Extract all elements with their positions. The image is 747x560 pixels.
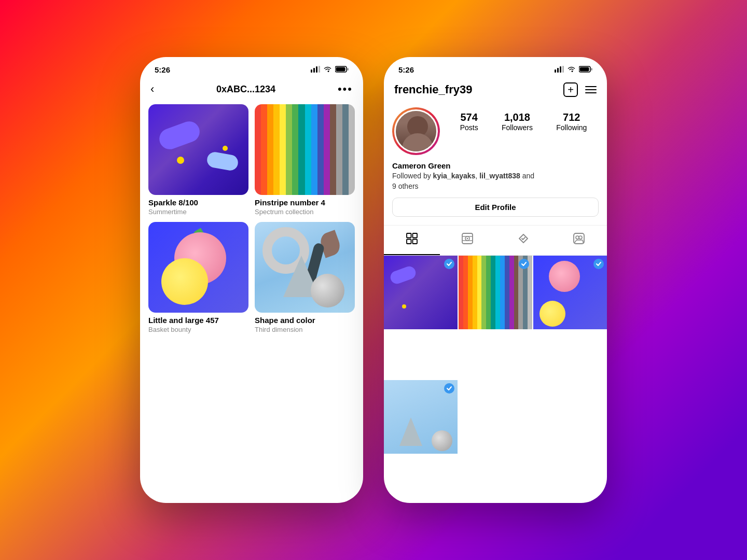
- svg-rect-8: [557, 68, 559, 73]
- post-grid: [384, 256, 607, 503]
- tab-grid[interactable]: [384, 226, 440, 255]
- nft-title-sparkle: Sparkle 8/100: [148, 198, 248, 207]
- lemon-circle-yellow: [161, 258, 208, 305]
- add-content-button[interactable]: +: [563, 82, 578, 97]
- sparkle-dot2: [223, 146, 228, 151]
- nft-grid: Sparkle 8/100 Summertime Pinstripe numbe…: [148, 104, 355, 333]
- phone-left: 5:26: [140, 57, 363, 503]
- battery-icon-right: [579, 65, 592, 74]
- status-icons-left: [311, 65, 349, 74]
- profile-bio: Cameron Green Followed by kyia_kayaks, l…: [384, 161, 607, 198]
- post-cell-4[interactable]: [384, 380, 458, 454]
- nft-title-lemon: Little and large 457: [148, 316, 248, 325]
- profile-username: frenchie_fry39: [394, 83, 472, 96]
- wifi-icon-right: [567, 65, 576, 74]
- others-count: 9 others: [392, 182, 419, 190]
- signal-icon: [311, 65, 320, 74]
- tab-bar: [384, 225, 607, 256]
- svg-rect-0: [311, 69, 312, 73]
- nft-subtitle-lemon: Basket bounty: [148, 326, 248, 333]
- nft-title-shape: Shape and color: [255, 316, 355, 325]
- svg-rect-2: [316, 66, 317, 73]
- nft-subtitle-sparkle: Summertime: [148, 208, 248, 216]
- svg-point-25: [579, 236, 582, 239]
- nft-image-sparkle: [148, 104, 248, 195]
- tab-tagged[interactable]: [495, 226, 551, 255]
- nft-subtitle-pinstripe: Spectrum collection: [255, 208, 355, 216]
- collab-icon: [573, 233, 585, 247]
- nft-item-pinstripe[interactable]: Pinstripe number 4 Spectrum collection: [255, 104, 355, 216]
- stats-row: 574 Posts 1,018 Followers 712 Following: [448, 107, 599, 132]
- menu-button[interactable]: [585, 86, 597, 93]
- nft-image-shape: [255, 222, 355, 313]
- follower2: lil_wyatt838: [479, 172, 520, 180]
- bio-name: Cameron Green: [392, 161, 599, 170]
- nft-item-sparkle[interactable]: Sparkle 8/100 Summertime: [148, 104, 248, 216]
- svg-rect-1: [313, 68, 315, 73]
- post-badge-4: [444, 383, 454, 394]
- signal-icon-right: [555, 65, 564, 74]
- svg-point-24: [576, 236, 579, 239]
- avatar-ring: [392, 107, 440, 155]
- post-cell-2[interactable]: [459, 256, 532, 329]
- time-right: 5:26: [398, 65, 414, 74]
- following-count: 712: [556, 111, 587, 123]
- svg-point-20: [467, 238, 468, 240]
- nft-title-pinstripe: Pinstripe number 4: [255, 198, 355, 207]
- stat-posts[interactable]: 574 Posts: [460, 111, 478, 132]
- svg-rect-9: [560, 66, 561, 73]
- svg-rect-10: [562, 66, 564, 73]
- wifi-icon: [323, 65, 332, 74]
- bio-followed-by: Followed by kyia_kayaks, lil_wyatt838 an…: [392, 171, 599, 191]
- back-button[interactable]: ‹: [150, 82, 154, 96]
- avatar-person: [396, 111, 436, 151]
- tab-collab[interactable]: [551, 226, 607, 255]
- svg-rect-17: [412, 240, 417, 244]
- nft-item-lemon[interactable]: Little and large 457 Basket bounty: [148, 222, 248, 333]
- post-cell-3[interactable]: [533, 256, 607, 329]
- nft-item-shape[interactable]: Shape and color Third dimension: [255, 222, 355, 333]
- svg-rect-13: [591, 68, 592, 71]
- reels-icon: [462, 233, 473, 247]
- followers-count: 1,018: [502, 111, 533, 123]
- following-label: Following: [556, 123, 587, 132]
- stat-followers[interactable]: 1,018 Followers: [502, 111, 533, 132]
- nft-subtitle-shape: Third dimension: [255, 326, 355, 333]
- svg-rect-5: [336, 67, 345, 72]
- posts-label: Posts: [460, 123, 478, 132]
- posts-count: 574: [460, 111, 478, 123]
- app-header-left: ‹ 0xABC...1234 •••: [140, 78, 363, 102]
- avatar-wrap: [392, 107, 440, 155]
- more-menu-button[interactable]: •••: [338, 82, 353, 96]
- svg-rect-15: [412, 233, 417, 238]
- profile-header: 574 Posts 1,018 Followers 712 Following: [384, 103, 607, 161]
- time-left: 5:26: [155, 65, 170, 74]
- followers-label: Followers: [502, 123, 533, 132]
- phone-right: 5:26: [384, 57, 607, 503]
- grid-icon: [406, 233, 418, 247]
- svg-rect-3: [319, 66, 320, 73]
- svg-rect-6: [347, 68, 349, 71]
- battery-icon: [335, 65, 349, 74]
- status-icons-right: [555, 65, 592, 74]
- svg-rect-12: [580, 67, 589, 72]
- post-cell-1[interactable]: [384, 256, 458, 329]
- tagged-icon: [518, 233, 529, 247]
- instagram-header: frenchie_fry39 +: [384, 78, 607, 103]
- nft-image-lemon: [148, 222, 248, 313]
- nft-image-pinstripe: [255, 104, 355, 195]
- nft-content: Sparkle 8/100 Summertime Pinstripe numbe…: [140, 102, 363, 503]
- status-bar-left: 5:26: [140, 57, 363, 78]
- tab-reels[interactable]: [440, 226, 496, 255]
- svg-rect-16: [407, 240, 411, 244]
- svg-rect-14: [407, 233, 411, 238]
- shape-sphere: [311, 274, 344, 307]
- avatar-inner: [394, 109, 438, 153]
- sparkle-dot1: [177, 157, 184, 164]
- svg-rect-7: [555, 69, 556, 73]
- wallet-address: 0xABC...1234: [216, 84, 275, 95]
- follower1: kyia_kayaks: [433, 172, 476, 180]
- stat-following[interactable]: 712 Following: [556, 111, 587, 132]
- edit-profile-button[interactable]: Edit Profile: [392, 198, 599, 217]
- status-bar-right: 5:26: [384, 57, 607, 78]
